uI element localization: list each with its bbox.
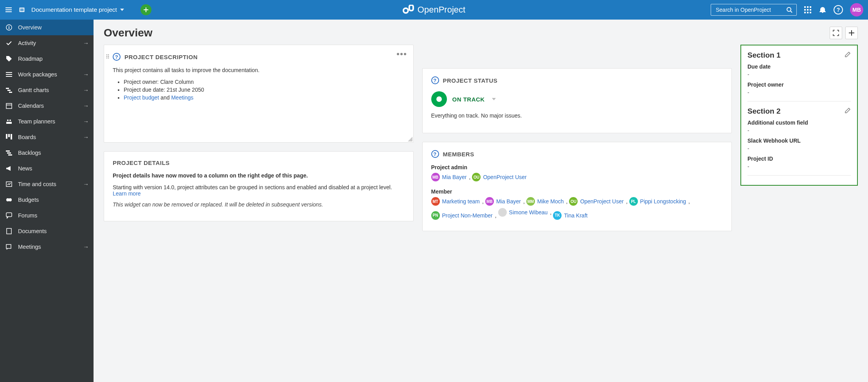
member-avatar: MM <box>526 197 535 206</box>
help-icon[interactable]: ? <box>113 53 121 61</box>
member-avatar: MB <box>485 197 494 206</box>
member-avatar: OU <box>569 197 578 206</box>
sidebar-item-documents[interactable]: Documents <box>0 223 94 239</box>
sidebar-item-roadmap[interactable]: Roadmap <box>0 51 94 67</box>
sidebar-item-label: Meetings <box>18 244 41 250</box>
app-logo[interactable]: OpenProject <box>403 5 465 15</box>
meeting-icon <box>5 243 13 250</box>
sidebar-item-label: News <box>18 165 32 172</box>
member-link[interactable]: OpenProject User <box>483 174 526 180</box>
member-chip[interactable]: PNProject Non-Member, <box>431 211 497 220</box>
member-chip[interactable]: MTMarketing team, <box>431 197 484 206</box>
sidebar-item-workpackages[interactable]: Work packages → <box>0 67 94 82</box>
svg-rect-11 <box>810 12 811 13</box>
help-icon[interactable]: ? <box>431 76 439 84</box>
notifications-bell-icon[interactable] <box>819 6 827 14</box>
learn-more-link[interactable]: Learn more <box>113 190 141 197</box>
attr-label: Slack Webhook URL <box>747 138 851 144</box>
sidebar-item-gantt[interactable]: Gantt charts → <box>0 82 94 98</box>
sidebar-item-label: Budgets <box>18 197 39 203</box>
widget-menu-button[interactable] <box>397 53 406 55</box>
drag-handle-icon[interactable]: ⠿ <box>106 54 109 60</box>
svg-rect-4 <box>807 6 809 8</box>
widget-title: PROJECT DETAILS <box>113 159 170 166</box>
chevron-right-icon: → <box>83 87 89 93</box>
search-icon <box>786 7 792 13</box>
member-chip[interactable]: MBMia Bayer, <box>485 197 525 206</box>
member-link[interactable]: Project Non-Member <box>442 212 493 219</box>
search-input[interactable] <box>715 6 786 13</box>
quick-add-button[interactable] <box>140 4 151 15</box>
project-selector[interactable]: Documentation template project <box>31 6 124 13</box>
sidebar-item-meetings[interactable]: Meetings → <box>0 239 94 255</box>
caret-down-icon <box>120 9 124 11</box>
fullscreen-button[interactable] <box>830 27 842 39</box>
meetings-link[interactable]: Meetings <box>171 94 193 101</box>
project-budget-link[interactable]: Project budget <box>124 94 159 101</box>
sidebar-item-news[interactable]: News <box>0 161 94 176</box>
sidebar-item-label: Overview <box>18 24 41 31</box>
member-chip[interactable]: Simone Wibeau, <box>498 208 552 217</box>
sidebar-item-teamplanners[interactable]: Team planners → <box>0 114 94 129</box>
member-link[interactable]: Mia Bayer <box>496 198 521 205</box>
svg-rect-6 <box>804 9 806 11</box>
sidebar-item-time[interactable]: Time and costs → <box>0 176 94 192</box>
svg-rect-16 <box>6 74 12 75</box>
sidebar-item-label: Team planners <box>18 118 55 125</box>
member-link[interactable]: Pippi Longstocking <box>640 198 686 205</box>
members-widget: ? MEMBERS Project admin MBMia Bayer,OUOp… <box>422 142 732 231</box>
sidebar-item-forums[interactable]: Forums <box>0 208 94 223</box>
hamburger-icon[interactable] <box>5 6 13 14</box>
attr-label: Project ID <box>747 156 851 162</box>
backlogs-icon <box>5 149 13 156</box>
chevron-right-icon: → <box>83 244 89 250</box>
svg-point-2 <box>787 7 791 11</box>
member-chip[interactable]: MMMike Moch, <box>526 197 568 206</box>
sidebar-item-label: Boards <box>18 134 36 140</box>
svg-rect-14 <box>9 26 9 27</box>
list-icon <box>5 71 13 78</box>
global-search[interactable] <box>711 4 797 16</box>
member-chip[interactable]: PLPippi Longstocking, <box>629 197 690 206</box>
widget-title: PROJECT STATUS <box>443 77 498 84</box>
svg-rect-34 <box>6 213 12 217</box>
sidebar-item-overview[interactable]: Overview <box>0 20 94 35</box>
member-link[interactable]: Tina Kraft <box>564 212 587 219</box>
attr-value: - <box>747 127 851 134</box>
member-avatar: MT <box>431 197 440 206</box>
status-selector[interactable]: ON TRACK <box>431 91 723 107</box>
add-widget-button[interactable] <box>845 27 858 39</box>
user-avatar[interactable]: MB <box>850 3 863 16</box>
member-chip[interactable]: MBMia Bayer, <box>431 173 471 181</box>
svg-rect-21 <box>6 103 12 109</box>
description-list: Project owner: Clare Column Project due … <box>118 79 405 101</box>
sidebar-item-boards[interactable]: Boards → <box>0 129 94 145</box>
resize-handle-icon[interactable] <box>408 137 412 141</box>
member-link[interactable]: Marketing team <box>442 198 480 205</box>
edit-section-button[interactable] <box>845 51 851 60</box>
member-link[interactable]: OpenProject User <box>580 198 623 205</box>
help-icon[interactable]: ? <box>431 150 439 158</box>
member-chip[interactable]: OUOpenProject User <box>472 173 526 181</box>
sidebar-item-label: Activity <box>18 40 36 46</box>
svg-rect-10 <box>807 12 809 13</box>
member-link[interactable]: Mia Bayer <box>442 174 467 180</box>
member-chip[interactable]: TKTina Kraft <box>553 211 587 220</box>
chevron-right-icon: → <box>83 181 89 187</box>
svg-rect-27 <box>11 134 12 139</box>
svg-point-22 <box>7 119 9 121</box>
help-icon[interactable]: ? <box>834 5 843 14</box>
member-chip[interactable]: OUOpenProject User, <box>569 197 627 206</box>
sidebar-item-budgets[interactable]: Budgets <box>0 192 94 208</box>
edit-section-button[interactable] <box>845 107 851 116</box>
chevron-right-icon: → <box>83 103 89 109</box>
apps-grid-icon[interactable] <box>804 6 812 14</box>
sidebar-item-backlogs[interactable]: Backlogs <box>0 145 94 161</box>
member-link[interactable]: Simone Wibeau <box>509 209 548 215</box>
svg-rect-8 <box>810 9 811 11</box>
member-link[interactable]: Mike Moch <box>537 198 564 205</box>
sidebar-item-calendars[interactable]: Calendars → <box>0 98 94 114</box>
sidebar-item-label: Documents <box>18 228 47 234</box>
sidebar-item-activity[interactable]: Activity → <box>0 35 94 51</box>
chevron-right-icon: → <box>83 71 89 78</box>
